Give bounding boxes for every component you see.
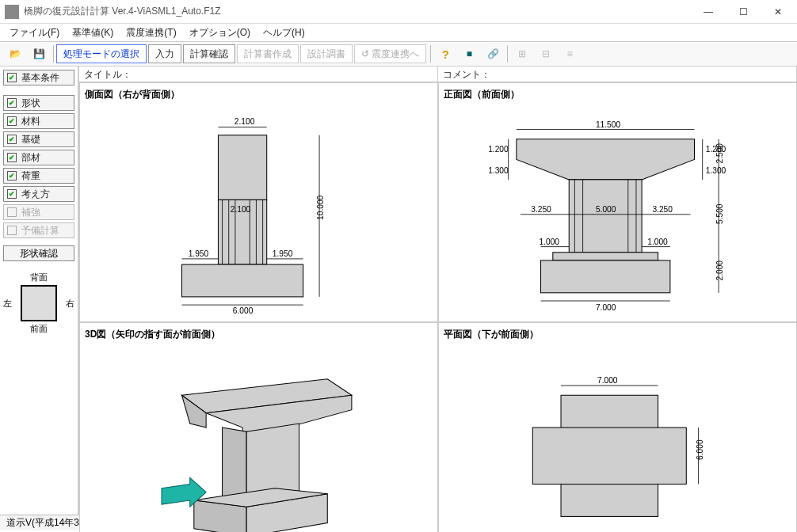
- pane-front-view: 正面図（前面側） 11.500 1.200 1.300 1.200 1.300 …: [438, 82, 797, 322]
- dim: 5.500: [715, 203, 724, 224]
- nav-load[interactable]: ✔荷重: [3, 168, 74, 184]
- menu-base[interactable]: 基準値(K): [67, 25, 118, 41]
- pane-plan-view: 平面図（下が前面側） 7.000 6.000: [438, 322, 797, 532]
- menu-help[interactable]: ヘルプ(H): [258, 25, 310, 41]
- shape-confirm-button[interactable]: 形状確認: [3, 245, 74, 261]
- side-view-drawing: 2.100 2.100 1.950 1.950 6.000 10.000: [85, 104, 433, 319]
- dim: 2.100: [235, 117, 255, 126]
- svg-rect-8: [182, 264, 303, 297]
- dim: 2.100: [231, 205, 251, 214]
- nav-member[interactable]: ✔部材: [3, 150, 74, 165]
- separator: [53, 45, 54, 63]
- check-icon: ✔: [7, 171, 17, 180]
- orient-front: 前面: [3, 323, 74, 335]
- mode-input[interactable]: 入力: [148, 44, 181, 63]
- nav-label: 予備計算: [21, 224, 59, 238]
- dim: 2.000: [715, 260, 724, 281]
- header-row: タイトル： コメント：: [79, 66, 797, 82]
- nav-label: 基本条件: [21, 71, 59, 85]
- check-icon: ✔: [7, 226, 17, 235]
- check-icon: ✔: [7, 189, 17, 199]
- pane-3d-view: 3D図（矢印の指す面が前面側）: [79, 322, 438, 532]
- mode-calc[interactable]: 計算確認: [183, 44, 235, 63]
- separator: [507, 45, 508, 63]
- check-icon: ✔: [7, 207, 17, 217]
- menu-option[interactable]: オプション(O): [185, 25, 255, 41]
- main-area: タイトル： コメント： 側面図（右が背面側） 2.100 2.100 1.950…: [79, 66, 797, 515]
- front-view-drawing: 11.500 1.200 1.300 1.200 1.300 2.500 3.2…: [444, 104, 791, 319]
- dim: 3.250: [531, 205, 551, 214]
- check-icon: ✔: [7, 98, 17, 108]
- nav-label: 材料: [21, 115, 40, 128]
- nav-label: 部材: [21, 151, 40, 165]
- nav-concept[interactable]: ✔考え方: [3, 186, 74, 202]
- maximize-button[interactable]: ☐: [726, 1, 761, 23]
- nav-label: 荷重: [21, 169, 40, 183]
- link-button[interactable]: 🔗: [482, 44, 504, 63]
- plan-drawing: 7.000 6.000: [444, 344, 791, 532]
- cube-button[interactable]: ■: [458, 44, 480, 63]
- title-label: タイトル：: [79, 66, 438, 82]
- nav-label: 補強: [21, 206, 40, 219]
- menu-file[interactable]: ファイル(F): [5, 25, 64, 41]
- title-bar: 橋脚の復元設計計算 Ver.4-ViASML1_Auto.F1Z — ☐ ✕: [0, 0, 797, 24]
- menu-bar: ファイル(F) 基準値(K) 震度連携(T) オプション(O) ヘルプ(H): [0, 24, 797, 41]
- comment-label: コメント：: [438, 66, 797, 82]
- help-button[interactable]: ?: [434, 44, 456, 63]
- nav-material[interactable]: ✔材料: [3, 113, 74, 129]
- close-button[interactable]: ✕: [761, 1, 795, 23]
- orient-left: 左: [3, 298, 12, 310]
- dim: 1.000: [539, 238, 559, 246]
- dim: 10.000: [316, 195, 325, 219]
- mode-report[interactable]: 計算書作成: [237, 44, 299, 63]
- dim: 2.500: [715, 143, 724, 164]
- save-button[interactable]: 💾: [28, 44, 50, 63]
- check-icon: ✔: [7, 135, 17, 144]
- dim: 1.000: [647, 238, 668, 246]
- separator: [430, 45, 431, 63]
- app-icon: [5, 5, 19, 19]
- dim: 1.300: [706, 166, 726, 175]
- svg-rect-0: [218, 135, 266, 200]
- svg-rect-15: [569, 180, 642, 253]
- cube-icon: ■: [467, 48, 472, 59]
- nav-label: 考え方: [21, 188, 50, 201]
- pane-caption: 3D図（矢印の指す面が前面側）: [85, 328, 433, 341]
- dim: 1.300: [488, 166, 509, 175]
- pane-caption: 平面図（下が前面側）: [444, 328, 791, 341]
- tool-b[interactable]: ⊟: [535, 44, 557, 63]
- open-button[interactable]: 📂: [4, 44, 26, 63]
- nav-foundation[interactable]: ✔基礎: [3, 131, 74, 147]
- nav-precalc: ✔予備計算: [3, 222, 74, 238]
- nav-shape[interactable]: ✔形状: [3, 95, 74, 111]
- svg-rect-21: [541, 260, 670, 293]
- toolbar: 📂 💾 処理モードの選択 入力 計算確認 計算書作成 設計調書 ↺ 震度連携へ …: [0, 41, 797, 66]
- mode-seismic-link[interactable]: ↺ 震度連携へ: [354, 44, 426, 63]
- menu-seismic[interactable]: 震度連携(T): [121, 25, 181, 41]
- orient-square[interactable]: [21, 285, 57, 321]
- 3d-drawing[interactable]: [85, 344, 433, 532]
- tool-c[interactable]: ≡: [559, 44, 581, 63]
- dim: 1.200: [488, 145, 509, 154]
- minimize-button[interactable]: —: [691, 1, 726, 23]
- nav-basic[interactable]: ✔基本条件: [3, 70, 74, 86]
- dim: 3.250: [652, 205, 673, 214]
- dim: 7.000: [596, 303, 616, 312]
- dim: 11.500: [596, 120, 620, 129]
- open-icon: 📂: [10, 48, 21, 59]
- check-icon: ✔: [7, 73, 17, 82]
- sidebar: ✔基本条件 ✔形状 ✔材料 ✔基礎 ✔部材 ✔荷重 ✔考え方 ✔補強 ✔予備計算…: [0, 66, 79, 515]
- tool-a[interactable]: ⊞: [511, 44, 533, 63]
- mode-form[interactable]: 設計調書: [300, 44, 353, 63]
- link-icon: 🔗: [487, 48, 499, 59]
- window-title: 橋脚の復元設計計算 Ver.4-ViASML1_Auto.F1Z: [24, 5, 691, 18]
- dim: 6.000: [696, 440, 704, 461]
- save-icon: 💾: [33, 48, 45, 59]
- svg-rect-20: [553, 253, 658, 260]
- help-icon: ?: [442, 48, 449, 61]
- dim: 1.950: [273, 249, 293, 258]
- mode-select[interactable]: 処理モードの選択: [56, 44, 147, 63]
- dim: 5.000: [596, 205, 616, 214]
- orient-right: 右: [66, 298, 74, 310]
- check-icon: ✔: [7, 153, 17, 162]
